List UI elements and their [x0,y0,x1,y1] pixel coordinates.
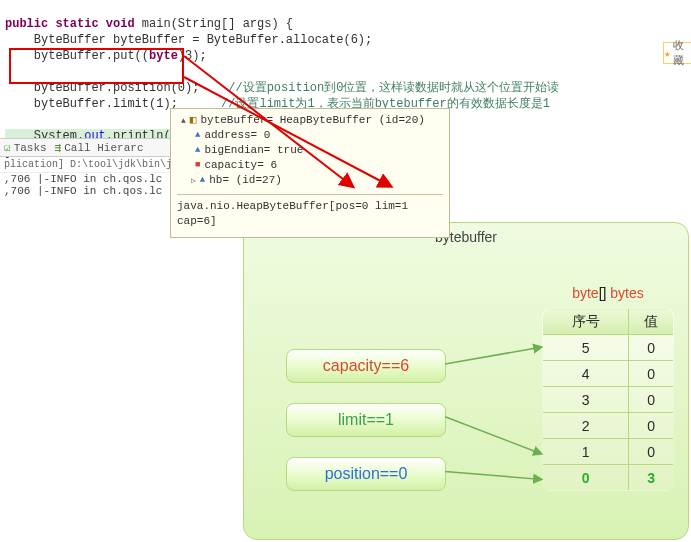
svg-line-2 [445,347,540,364]
limit-label: limit== [338,411,385,429]
position-value: 0 [398,465,407,483]
bytes-caption: byte[] bytes [542,285,674,301]
log-line-2: ,706 |-INFO in ch.qos.lc [0,185,170,197]
bytes-table: 序号 值 50 40 30 20 10 03 [542,308,674,491]
cell-idx-active: 0 [543,465,629,491]
cell-val: 0 [629,439,674,465]
favorite-label: 收藏 [673,38,691,68]
table-row: 03 [543,465,674,491]
bullet-icon: ▲ [200,173,205,188]
byte-kw: byte [572,285,598,301]
cell-idx: 4 [543,361,629,387]
star-icon: ★ [664,47,671,60]
debug-hb-label: hb= (id=27) [209,173,282,188]
bytes-name: bytes [610,285,643,301]
svg-line-3 [445,417,540,454]
limit-pill: limit==1 [286,403,446,437]
bullet-icon: ▲ [195,128,200,143]
code-line-1-rest: main(String[] args) { [135,17,293,31]
svg-line-4 [445,471,540,479]
tab-call-hierarchy[interactable]: ⇶ Call Hierarc [55,141,144,154]
tree-collapse-icon[interactable]: ▷ [191,173,196,188]
log-line-1: ,706 |-INFO in ch.qos.lc [0,173,170,185]
capacity-value: 6 [400,357,409,375]
debug-capacity: ■ capacity= 6 [177,158,443,173]
debug-hb[interactable]: ▷ ▲ hb= (id=27) [177,173,443,188]
byte-brackets: [] [599,285,611,301]
code-line-2b: allocate [286,33,344,47]
col-index-header: 序号 [543,309,629,335]
cell-val: 0 [629,387,674,413]
debug-root[interactable]: ▲ ◧ byteBuffer= HeapByteBuffer (id=20) [177,113,443,128]
tasks-tabs[interactable]: ☑ Tasks ⇶ Call Hierarc [0,138,170,157]
position-pill: position==0 [286,457,446,491]
limit-value: 1 [385,411,394,429]
code-line-2c: (6); [343,33,372,47]
debug-address: ▲ address= 0 [177,128,443,143]
bullet-icon: ▲ [195,143,200,158]
cell-val: 0 [629,335,674,361]
table-row: 50 [543,335,674,361]
position-label: position== [325,465,399,483]
checkbox-icon: ☑ [4,141,11,154]
table-row: 10 [543,439,674,465]
code-comment-5: //设置position到0位置，这样读数据时就从这个位置开始读 [228,81,559,95]
tab-call-label: Call Hierarc [64,142,143,154]
debug-root-label: byteBuffer= HeapByteBuffer (id=20) [200,113,424,128]
tasks-panel: ☑ Tasks ⇶ Call Hierarc plication] D:\too… [0,138,170,198]
debug-capacity-label: capacity= 6 [204,158,277,173]
code-line-6: byteBuffer.limit(1); [5,97,178,111]
debug-address-label: address= 0 [204,128,270,143]
tasks-path: plication] D:\tool\jdk\bin\javaw.ex [0,157,170,173]
table-row: 30 [543,387,674,413]
capacity-pill: capacity==6 [286,349,446,383]
debug-bigendian-label: bigEndian= true [204,143,303,158]
debug-bigendian: ▲ bigEndian= true [177,143,443,158]
debug-tostring: java.nio.HeapByteBuffer[pos=0 lim=1 cap=… [177,194,443,229]
tree-expand-icon[interactable]: ▲ [181,113,186,128]
cell-val: 0 [629,413,674,439]
tab-tasks-label: Tasks [14,142,47,154]
code-line-1-kw: public static void [5,17,135,31]
hierarchy-icon: ⇶ [55,141,62,154]
code-line-2a: ByteBuffer byteBuffer = ByteBuffer. [5,33,286,47]
favorite-badge[interactable]: ★ 收藏 [663,42,691,64]
cell-idx: 3 [543,387,629,413]
bullet-icon: ■ [195,158,200,173]
bytebuffer-diagram: bytebuffer byte[] bytes 序号 值 50 40 30 20… [243,222,689,540]
capacity-label: capacity== [323,357,400,375]
debug-popup: ▲ ◧ byteBuffer= HeapByteBuffer (id=20) ▲… [170,108,450,238]
col-value-header: 值 [629,309,674,335]
tab-tasks[interactable]: ☑ Tasks [4,141,47,154]
table-row: 40 [543,361,674,387]
cell-idx: 5 [543,335,629,361]
cell-idx: 2 [543,413,629,439]
cell-val-active: 3 [629,465,674,491]
table-row: 20 [543,413,674,439]
red-highlight-box [9,48,184,84]
cell-idx: 1 [543,439,629,465]
cell-val: 0 [629,361,674,387]
